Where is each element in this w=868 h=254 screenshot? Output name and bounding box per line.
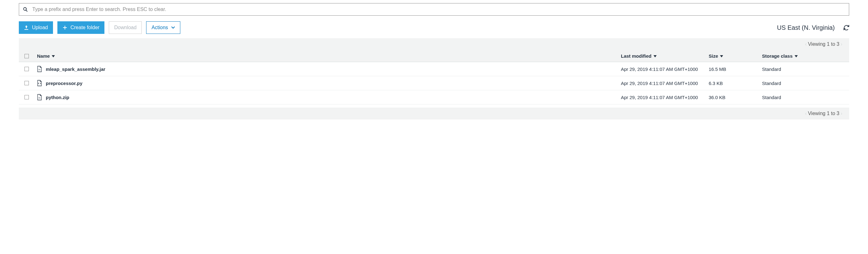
row-checkbox[interactable]: [25, 81, 29, 85]
cell-storage-class: Standard: [762, 81, 843, 86]
search-bar[interactable]: [19, 3, 849, 16]
cell-last-modified: Apr 29, 2019 4:11:07 AM GMT+1000: [621, 81, 709, 86]
region-label: US East (N. Virginia): [777, 24, 835, 31]
refresh-button[interactable]: [843, 25, 849, 30]
table-row[interactable]: 01mleap_spark_assembly.jarApr 29, 2019 4…: [19, 62, 849, 76]
cell-last-modified: Apr 29, 2019 4:11:07 AM GMT+1000: [621, 95, 709, 100]
column-size[interactable]: Size: [709, 53, 762, 59]
cell-last-modified: Apr 29, 2019 4:11:07 AM GMT+1000: [621, 66, 709, 72]
paging-bottom: ‹ Viewing 1 to 3 ›: [19, 107, 849, 120]
download-label: Download: [114, 25, 136, 30]
cell-storage-class: Standard: [762, 95, 843, 100]
table-row[interactable]: preprocessor.pyApr 29, 2019 4:11:07 AM G…: [19, 76, 849, 90]
chevron-down-icon: [171, 26, 175, 30]
caret-down-icon: [52, 53, 55, 59]
upload-icon: [24, 25, 29, 30]
plus-icon: [62, 25, 67, 30]
column-name[interactable]: Name: [37, 53, 621, 59]
actions-dropdown[interactable]: Actions: [146, 21, 180, 34]
cell-storage-class: Standard: [762, 66, 843, 72]
search-input[interactable]: [32, 7, 845, 12]
page-next-icon[interactable]: ›: [839, 111, 843, 116]
column-storage-class[interactable]: Storage class: [762, 53, 843, 59]
toolbar: Upload Create folder Download Actions US…: [19, 21, 849, 34]
file-code-icon: [37, 80, 42, 86]
file-name[interactable]: preprocessor.py: [46, 81, 83, 86]
svg-text:01: 01: [38, 97, 41, 99]
file-binary-icon: 01: [37, 66, 42, 72]
download-button: Download: [109, 21, 142, 34]
refresh-icon: [843, 25, 849, 30]
create-folder-label: Create folder: [70, 25, 100, 30]
page-prev-icon[interactable]: ‹: [804, 41, 808, 47]
row-checkbox[interactable]: [25, 95, 29, 99]
create-folder-button[interactable]: Create folder: [57, 21, 105, 34]
caret-down-icon: [653, 53, 657, 59]
upload-label: Upload: [32, 25, 48, 30]
row-checkbox[interactable]: [25, 67, 29, 71]
table-header: Name Last modified Size Storage class: [19, 50, 849, 62]
caret-down-icon: [720, 53, 723, 59]
column-last-modified[interactable]: Last modified: [621, 53, 709, 59]
file-binary-icon: 01: [37, 94, 42, 100]
svg-text:01: 01: [38, 69, 41, 70]
search-icon: [23, 7, 28, 12]
paging-top: ‹ Viewing 1 to 3 ›: [19, 38, 849, 50]
file-name[interactable]: python.zip: [46, 95, 69, 100]
page-next-icon[interactable]: ›: [839, 41, 843, 47]
select-all-checkbox[interactable]: [25, 54, 29, 58]
table-body: 01mleap_spark_assembly.jarApr 29, 2019 4…: [19, 62, 849, 104]
file-name[interactable]: mleap_spark_assembly.jar: [46, 66, 105, 72]
cell-size: 36.0 KB: [709, 95, 762, 100]
upload-button[interactable]: Upload: [19, 21, 53, 34]
page-prev-icon[interactable]: ‹: [804, 111, 808, 116]
caret-down-icon: [795, 53, 798, 59]
table-row[interactable]: 01python.zipApr 29, 2019 4:11:07 AM GMT+…: [19, 90, 849, 104]
paging-label: Viewing 1 to 3: [808, 41, 839, 47]
paging-label: Viewing 1 to 3: [808, 111, 839, 116]
cell-size: 16.5 MB: [709, 66, 762, 72]
cell-size: 6.3 KB: [709, 81, 762, 86]
actions-label: Actions: [151, 25, 168, 30]
